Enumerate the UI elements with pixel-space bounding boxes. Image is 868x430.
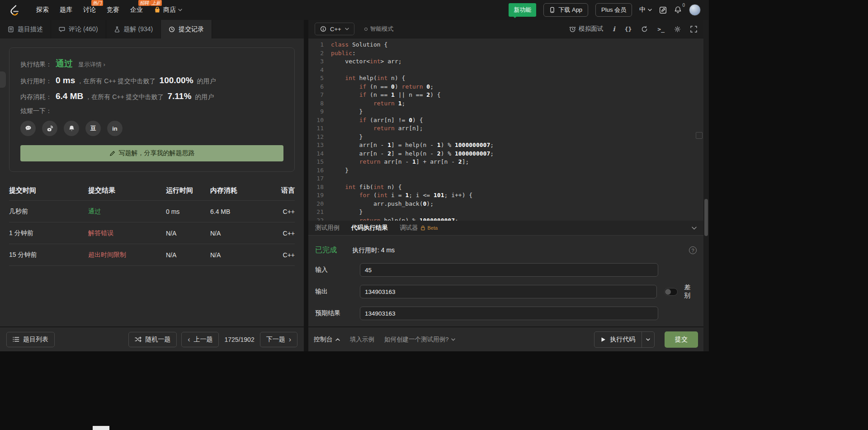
- run-runtime: 执行用时: 4 ms: [352, 246, 395, 255]
- input-field[interactable]: 45: [360, 263, 658, 277]
- exec-result-value: 通过: [56, 58, 73, 70]
- nav-item-store[interactable]: 商店 上新: [153, 4, 183, 16]
- code-text: }: [331, 108, 363, 116]
- notifications-bell-icon[interactable]: 0: [674, 6, 682, 14]
- run-status-row: 已完成 执行用时: 4 ms ?: [315, 246, 697, 255]
- tab-description[interactable]: 题目描述: [0, 20, 51, 38]
- floating-widget-icon[interactable]: [696, 132, 703, 139]
- submission-time: 几秒前: [9, 208, 88, 216]
- nav-item-problems[interactable]: 题库: [59, 4, 73, 16]
- run-status: 已完成: [315, 246, 337, 255]
- chevron-right-icon: ›: [289, 336, 291, 343]
- help-circle-icon[interactable]: ?: [689, 246, 697, 254]
- submission-row[interactable]: 几秒前通过0 ms6.4 MBC++: [9, 201, 295, 222]
- share-douban-icon[interactable]: 豆: [85, 121, 101, 136]
- submission-result[interactable]: 解答错误: [88, 229, 166, 237]
- share-bell-icon[interactable]: [64, 121, 79, 136]
- code-line: 8 return 1;: [314, 99, 703, 108]
- run-code-button[interactable]: 执行代码: [594, 331, 655, 348]
- tab-label: 提交记录: [179, 25, 204, 33]
- show-details-link[interactable]: 显示详情 ›: [78, 61, 105, 69]
- testcase-help-link[interactable]: 如何创建一个测试用例?: [384, 335, 455, 344]
- tab-comments[interactable]: 评论 (460): [51, 20, 106, 38]
- smart-mode-toggle[interactable]: 智能模式: [364, 25, 394, 33]
- feedback-icon[interactable]: [659, 6, 667, 14]
- code-editor[interactable]: 1class Solution {2public:3 vector<int> a…: [308, 38, 703, 221]
- terminal-icon[interactable]: >_: [657, 26, 665, 33]
- share-weibo-icon[interactable]: [42, 121, 57, 136]
- run-code-main[interactable]: 执行代码: [594, 332, 642, 347]
- code-line: 17: [314, 175, 703, 183]
- code-line: 14 arr[n - 2] = help(n - 2) % 1000000007…: [314, 150, 703, 158]
- hiring-badge: 招聘: [138, 0, 150, 6]
- list-icon: [13, 336, 19, 342]
- submission-row[interactable]: 1 分钟前解答错误N/AN/AC++: [9, 222, 295, 244]
- format-braces-icon[interactable]: {}: [625, 26, 632, 33]
- sidebar-drawer-handle[interactable]: [0, 71, 6, 88]
- next-question-button[interactable]: 下一题 ›: [260, 332, 297, 347]
- tab-submissions[interactable]: 提交记录: [161, 20, 212, 38]
- question-glyph: ?: [691, 248, 694, 253]
- prev-question-button[interactable]: ‹ 上一题: [181, 332, 219, 347]
- linkedin-glyph: in: [112, 125, 118, 132]
- info-icon[interactable]: i: [613, 25, 615, 33]
- nav-item-contest[interactable]: 竞赛: [106, 4, 120, 16]
- settings-gear-icon[interactable]: [674, 26, 681, 33]
- output-field[interactable]: 134903163: [360, 285, 657, 298]
- code-text: arr[n - 2] = help(n - 2) % 1000000007;: [331, 150, 494, 158]
- testcase-help-label: 如何创建一个测试用例?: [384, 335, 449, 344]
- tab-solutions[interactable]: 题解 (934): [106, 20, 161, 38]
- collapse-console-icon[interactable]: [692, 227, 697, 230]
- scrollbar-thumb[interactable]: [704, 199, 708, 236]
- submission-language: C++: [278, 230, 295, 237]
- new-feature-badge[interactable]: 新功能: [509, 3, 536, 17]
- code-line: 19 for (int i = 1; i <= 101; i++) {: [314, 191, 703, 200]
- user-avatar[interactable]: [689, 4, 701, 16]
- nav-label: 竞赛: [107, 6, 119, 14]
- tab-debugger[interactable]: 调试器 Beta: [400, 224, 438, 232]
- language-switcher[interactable]: 中: [639, 6, 652, 14]
- line-number: 19: [314, 191, 324, 200]
- smart-mode-label: 智能模式: [370, 25, 394, 33]
- line-number: 12: [314, 133, 324, 142]
- code-text: }: [331, 208, 363, 217]
- editor-toolbar: C++ 智能模式 模拟面试 i {} >_: [308, 20, 703, 38]
- write-solution-button[interactable]: 写题解，分享我的解题思路: [20, 145, 283, 161]
- download-app-button[interactable]: 下载 App: [543, 3, 588, 17]
- expected-field[interactable]: 134903163: [360, 307, 658, 320]
- submission-result[interactable]: 超出时间限制: [88, 251, 166, 259]
- top-navbar: 探索 题库 讨论热门 竞赛 企业招聘 商店 上新: [0, 0, 709, 20]
- expected-row: 预期结果 134903163: [315, 307, 697, 320]
- nav-item-business[interactable]: 企业招聘: [129, 4, 144, 16]
- nav-item-explore[interactable]: 探索: [35, 4, 50, 16]
- reset-code-icon[interactable]: [641, 26, 648, 33]
- problem-list-button[interactable]: 题目列表: [6, 332, 55, 347]
- share-linkedin-icon[interactable]: in: [107, 121, 123, 136]
- diff-toggle[interactable]: [664, 288, 678, 296]
- tab-testcase[interactable]: 测试用例: [315, 224, 340, 232]
- problem-position: 1725/1902: [223, 336, 255, 343]
- nav-label: 探索: [36, 6, 49, 14]
- submission-result[interactable]: 通过: [88, 208, 166, 216]
- tab-run-result[interactable]: 代码执行结果: [351, 224, 388, 232]
- run-options-caret[interactable]: [642, 332, 654, 347]
- submission-row[interactable]: 15 分钟前超出时间限制N/AN/AC++: [9, 244, 295, 266]
- problem-tabs: 题目描述 评论 (460) 题解 (934) 提交记录: [0, 20, 304, 38]
- line-number: 15: [314, 158, 324, 166]
- code-text: return arr[n - 1] + arr[n - 2];: [331, 158, 469, 166]
- fullscreen-icon[interactable]: [690, 26, 697, 33]
- run-result-body: 已完成 执行用时: 4 ms ? 输入 45 输出 134903163: [308, 236, 703, 320]
- nav-item-discuss[interactable]: 讨论热门: [82, 4, 97, 16]
- fill-example-button[interactable]: 填入示例: [350, 335, 374, 344]
- code-text: }: [331, 133, 363, 142]
- console-toggle-button[interactable]: 控制台: [314, 335, 340, 344]
- code-line: 12 }: [314, 133, 703, 142]
- share-wechat-icon[interactable]: [20, 121, 36, 136]
- plus-member-button[interactable]: Plus 会员: [595, 3, 632, 17]
- submit-button[interactable]: 提交: [665, 331, 698, 348]
- code-text: arr.push_back(0);: [331, 200, 434, 208]
- mock-interview-button[interactable]: 模拟面试: [569, 25, 603, 33]
- leetcode-logo[interactable]: [8, 4, 20, 16]
- language-select[interactable]: C++: [315, 23, 354, 35]
- random-question-button[interactable]: 随机一题: [128, 332, 177, 347]
